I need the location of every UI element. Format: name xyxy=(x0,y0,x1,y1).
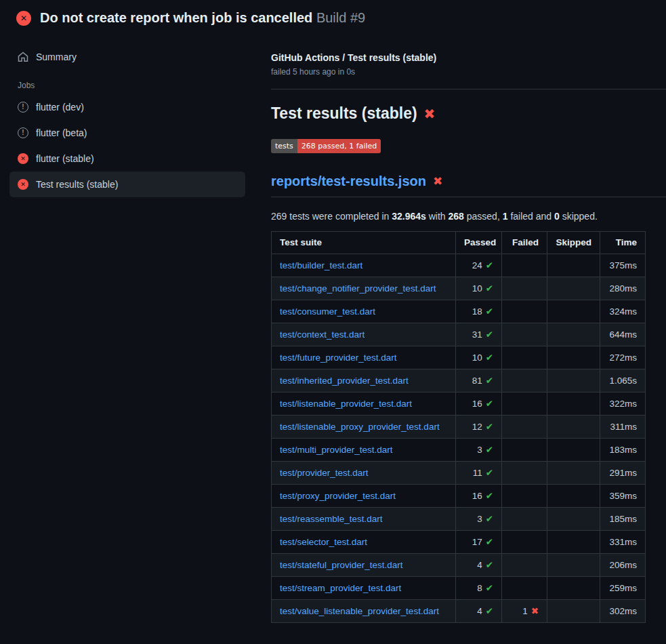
skipped-cell xyxy=(547,346,600,369)
passed-cell: 18✔ xyxy=(456,300,502,323)
passed-cell: 16✔ xyxy=(456,393,502,416)
test-suite-link[interactable]: test/change_notifier_provider_test.dart xyxy=(280,283,436,294)
test-suite-link[interactable]: test/multi_provider_test.dart xyxy=(280,445,393,455)
skipped-cell xyxy=(547,393,600,416)
passed-check-icon: ✔ xyxy=(486,260,493,270)
passed-check-icon: ✔ xyxy=(486,605,493,616)
passed-cell: 4✔ xyxy=(456,554,502,577)
passed-cell: 3✔ xyxy=(456,508,502,531)
time-cell: 324ms xyxy=(600,300,646,323)
badge-value: 268 passed, 1 failed xyxy=(297,139,381,153)
col-header-passed: Passed xyxy=(456,232,502,254)
suite-cell: test/reassemble_test.dart xyxy=(272,508,456,531)
job-label: flutter (dev) xyxy=(36,102,84,113)
summary-text: skipped. xyxy=(560,211,598,222)
sidebar-item-test-results-stable[interactable]: ✕ Test results (stable) xyxy=(9,172,245,197)
passed-check-icon: ✔ xyxy=(486,306,493,317)
col-header-skipped: Skipped xyxy=(547,232,600,254)
table-row: test/listenable_provider_test.dart16✔322… xyxy=(272,393,646,416)
passed-cell: 81✔ xyxy=(456,369,502,393)
suite-cell: test/future_provider_test.dart xyxy=(272,346,456,369)
report-link[interactable]: reports/test-results.json xyxy=(271,174,426,189)
job-label: Test results (stable) xyxy=(36,179,118,190)
summary-text: 269 tests were completed in xyxy=(271,211,392,222)
count-value: 18 xyxy=(472,306,482,317)
count-value: 4 xyxy=(477,606,482,616)
count-value: 1 xyxy=(522,606,528,616)
table-row: test/builder_test.dart24✔375ms xyxy=(272,254,646,277)
test-suite-link[interactable]: test/context_test.dart xyxy=(280,329,365,340)
table-row: test/change_notifier_provider_test.dart1… xyxy=(272,277,646,300)
summary-duration: 32.964s xyxy=(392,211,426,222)
summary-failed-count: 1 xyxy=(503,211,508,222)
test-suite-link[interactable]: test/selector_test.dart xyxy=(280,537,367,547)
table-row: test/provider_test.dart11✔291ms xyxy=(272,462,646,485)
failed-cell xyxy=(502,531,547,554)
passed-check-icon: ✔ xyxy=(486,559,493,570)
test-suite-link[interactable]: test/stateful_provider_test.dart xyxy=(280,560,403,570)
count-value: 24 xyxy=(472,260,482,270)
test-suite-link[interactable]: test/listenable_provider_test.dart xyxy=(280,399,412,409)
test-suite-link[interactable]: test/builder_test.dart xyxy=(280,260,362,270)
test-suite-link[interactable]: test/future_provider_test.dart xyxy=(280,353,397,363)
count-value: 11 xyxy=(473,468,482,478)
count-value: 31 xyxy=(472,329,482,340)
sidebar-item-summary[interactable]: Summary xyxy=(9,44,245,70)
failed-status-icon: ✕ xyxy=(18,153,28,164)
count-value: 10 xyxy=(472,283,482,294)
run-header: ✕ Do not create report when job is cance… xyxy=(0,0,666,35)
test-suite-link[interactable]: test/provider_test.dart xyxy=(280,468,369,478)
run-title: Do not create report when job is cancell… xyxy=(40,10,312,25)
test-suite-link[interactable]: test/value_listenable_provider_test.dart xyxy=(280,606,439,616)
table-row: test/consumer_test.dart18✔324ms xyxy=(272,300,646,323)
section-title-text: Test results (stable) xyxy=(271,104,417,123)
test-suite-link[interactable]: test/reassemble_test.dart xyxy=(280,514,383,524)
time-cell: 311ms xyxy=(600,416,646,439)
skipped-cell xyxy=(547,577,600,600)
suite-cell: test/change_notifier_provider_test.dart xyxy=(272,277,456,300)
test-suite-link[interactable]: test/listenable_proxy_provider_test.dart xyxy=(280,422,440,432)
test-suite-link[interactable]: test/stream_provider_test.dart xyxy=(280,583,401,593)
job-label: flutter (beta) xyxy=(36,127,87,138)
table-row: test/value_listenable_provider_test.dart… xyxy=(272,600,646,623)
sidebar-item-flutter-stable[interactable]: ✕ flutter (stable) xyxy=(9,146,245,172)
passed-check-icon: ✔ xyxy=(486,375,493,386)
sidebar: Summary Jobs ! flutter (dev) ! flutter (… xyxy=(0,35,255,197)
count-value: 4 xyxy=(477,560,482,570)
passed-check-icon: ✔ xyxy=(486,582,493,593)
count-value: 17 xyxy=(472,537,482,547)
skipped-cell xyxy=(547,300,600,323)
summary-text: failed and xyxy=(508,211,555,222)
test-suite-link[interactable]: test/proxy_provider_test.dart xyxy=(280,491,396,501)
results-table: Test suite Passed Failed Skipped Time te… xyxy=(271,231,646,623)
passed-cell: 11✔ xyxy=(456,462,502,485)
failed-cell xyxy=(502,300,547,323)
count-value: 3 xyxy=(477,445,482,455)
failed-x-icon: ✖ xyxy=(424,107,436,121)
suite-cell: test/stateful_provider_test.dart xyxy=(272,554,456,577)
suite-cell: test/consumer_test.dart xyxy=(272,300,456,323)
tests-badge: tests 268 passed, 1 failed xyxy=(271,139,381,153)
failed-status-icon: ✕ xyxy=(18,179,28,190)
sidebar-item-flutter-dev[interactable]: ! flutter (dev) xyxy=(9,94,245,120)
sidebar-item-flutter-beta[interactable]: ! flutter (beta) xyxy=(9,120,245,146)
build-number: Build #9 xyxy=(316,10,365,25)
section-title: Test results (stable) ✖ xyxy=(271,104,666,123)
skipped-cell xyxy=(547,277,600,300)
table-row: test/reassemble_test.dart3✔185ms xyxy=(272,508,646,531)
suite-cell: test/builder_test.dart xyxy=(272,254,456,277)
time-cell: 272ms xyxy=(600,346,646,369)
table-row: test/listenable_proxy_provider_test.dart… xyxy=(272,416,646,439)
passed-cell: 16✔ xyxy=(456,485,502,508)
time-cell: 359ms xyxy=(600,485,646,508)
test-suite-link[interactable]: test/inherited_provider_test.dart xyxy=(280,376,409,386)
failed-cell xyxy=(502,485,547,508)
failed-cell xyxy=(502,416,547,439)
count-value: 8 xyxy=(477,583,482,593)
table-header-row: Test suite Passed Failed Skipped Time xyxy=(272,232,646,254)
home-icon xyxy=(18,52,28,62)
skipped-cell xyxy=(547,462,600,485)
test-suite-link[interactable]: test/consumer_test.dart xyxy=(280,306,375,317)
table-row: test/selector_test.dart17✔331ms xyxy=(272,531,646,554)
table-row: test/stream_provider_test.dart8✔259ms xyxy=(272,577,646,600)
